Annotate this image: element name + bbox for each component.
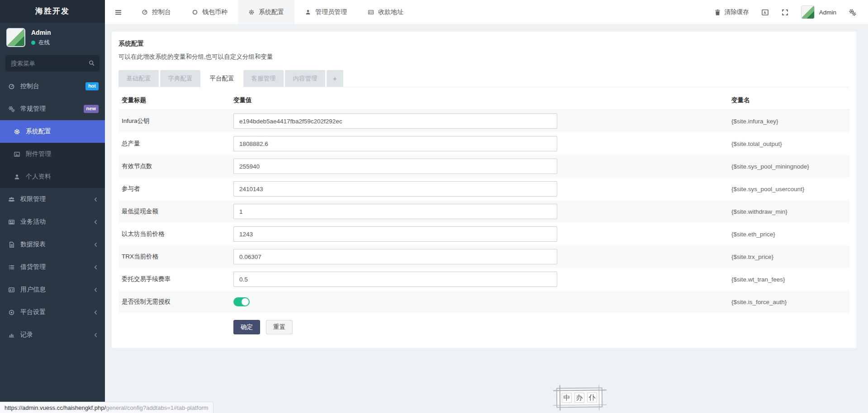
page-title: 系统配置 (119, 40, 849, 48)
row-label: 参与者 (122, 185, 233, 193)
chevron-left-icon (93, 219, 99, 225)
gauge-icon (8, 83, 15, 90)
page-subtitle: 可以在此增改系统的变量和分组,也可以自定义分组和变量 (119, 53, 849, 61)
tab-add-group[interactable]: + (327, 70, 343, 87)
sidebar-item-general[interactable]: 常规管理 new (0, 98, 105, 120)
sidebar-item-reports[interactable]: 数据报表 (0, 233, 105, 256)
tab-service-manage[interactable]: 客服管理 (243, 70, 284, 87)
image-icon (14, 151, 20, 158)
row-varname: {$site.infura_key} (731, 118, 849, 125)
row-label: 委托交易手续费率 (122, 275, 233, 283)
row-varname: {$site.sys_pool_miningnode} (731, 163, 849, 170)
table-row: 最低提现金额 {$site.withdraw_min} (119, 200, 849, 223)
sidebar-item-userinfo[interactable]: 用户信息 (0, 278, 105, 301)
list-icon (8, 264, 15, 271)
main-content: 系统配置 可以在此增改系统的变量和分组,也可以自定义分组和变量 基础配置 字典配… (105, 25, 868, 413)
sidebar-item-attachment[interactable]: 附件管理 (0, 143, 105, 165)
config-panel: 系统配置 可以在此增改系统的变量和分组,也可以自定义分组和变量 基础配置 字典配… (112, 32, 856, 348)
table-row: 总产量 {$site.total_output} (119, 132, 849, 155)
navbar-user-name: Admin (819, 9, 836, 16)
config-value-input[interactable] (233, 159, 557, 174)
row-varname: {$site.wt_tran_fees} (731, 276, 849, 283)
navbar-user-menu[interactable]: Admin (801, 5, 836, 19)
navtab-dashboard[interactable]: 控制台 (131, 0, 181, 24)
top-navbar: 控制台 钱包币种 系统配置 管理员管理 收款地址 清除缓存 (105, 0, 868, 25)
sidebar-item-dashboard[interactable]: 控制台 hot (0, 75, 105, 98)
gauge-icon (142, 9, 148, 15)
language-icon[interactable] (761, 9, 769, 16)
sidebar-item-auth[interactable]: 权限管理 (0, 188, 105, 211)
config-value-input[interactable] (233, 181, 557, 197)
row-label: TRX当前价格 (122, 253, 233, 261)
table-row: 参与者 {$site.sys_pool_usercount} (119, 178, 849, 200)
chevron-left-icon (93, 242, 99, 248)
config-value-input[interactable] (233, 249, 557, 264)
stamp-char: 中 (562, 393, 572, 403)
settings-gears-icon[interactable] (849, 9, 856, 16)
row-varname: {$site.trx_price} (731, 253, 849, 260)
row-label: Infura公钥 (122, 117, 233, 125)
table-row: 委托交易手续费率 {$site.wt_tran_fees} (119, 268, 849, 291)
tab-platform-config[interactable]: 平台配置 (202, 70, 242, 87)
avatar (801, 5, 815, 19)
row-varname: {$site.sys_pool_usercount} (731, 186, 849, 192)
sidebar-item-platform[interactable]: 平台设置 (0, 301, 105, 324)
force-auth-toggle[interactable] (233, 297, 250, 306)
id-card-icon (8, 286, 15, 293)
circle-icon (192, 9, 198, 15)
sidebar-item-lending[interactable]: 借贷管理 (0, 256, 105, 278)
row-label: 以太坊当前价格 (122, 230, 233, 238)
online-status-dot (31, 41, 35, 45)
row-label: 有效节点数 (122, 162, 233, 170)
sidebar-toggle-button[interactable] (105, 0, 131, 24)
config-value-input[interactable] (233, 204, 557, 219)
navtab-admin-manage[interactable]: 管理员管理 (294, 0, 357, 24)
user-panel: Admin 在线 (0, 23, 105, 51)
app-logo: 海胜开发 (0, 0, 105, 23)
sidebar-item-config[interactable]: 系统配置 (0, 120, 105, 143)
sidebar-item-business[interactable]: 业务活动 (0, 211, 105, 233)
sidebar: 海胜开发 Admin 在线 控制台 hot 常规管理 (0, 0, 105, 413)
navtab-system-config[interactable]: 系统配置 (238, 0, 294, 24)
online-status-label: 在线 (38, 39, 50, 47)
fullscreen-icon[interactable] (781, 9, 789, 16)
stamp-char: 办 (574, 393, 584, 403)
table-header: 变量标题 变量值 变量名 (119, 91, 849, 110)
navbar-right: 清除缓存 Admin (714, 0, 868, 24)
chevron-left-icon (93, 197, 99, 202)
tab-dictionary-config[interactable]: 字典配置 (160, 70, 200, 87)
submit-button[interactable]: 确定 (233, 320, 260, 334)
col-header-varname: 变量名 (731, 96, 849, 104)
config-value-input[interactable] (233, 226, 557, 242)
row-label: 最低提现金额 (122, 207, 233, 216)
sidebar-submenu: 系统配置 附件管理 个人资料 (0, 120, 105, 188)
config-value-input[interactable] (233, 136, 557, 151)
user-name: Admin (31, 29, 51, 36)
sidebar-menu: 控制台 hot 常规管理 new 系统配置 附件管理 个人资料 (0, 75, 105, 346)
file-icon (8, 241, 15, 248)
clear-cache-button[interactable]: 清除缓存 (714, 8, 749, 16)
table-row: 以太坊当前价格 {$site.eth_price} (119, 223, 849, 245)
tab-content-manage[interactable]: 内容管理 (285, 70, 325, 87)
gear-icon (14, 128, 20, 135)
avatar[interactable] (6, 28, 25, 47)
admin-app: 海胜开发 Admin 在线 控制台 hot 常规管理 (0, 0, 868, 413)
table-row: Infura公钥 {$site.infura_key} (119, 110, 849, 132)
tab-basic-config[interactable]: 基础配置 (119, 70, 159, 87)
config-tabs: 基础配置 字典配置 平台配置 客服管理 内容管理 + (119, 70, 849, 87)
row-label: 是否强制无需授权 (122, 298, 233, 306)
config-value-input[interactable] (233, 113, 557, 129)
search-input[interactable] (5, 55, 100, 71)
navtab-wallet-coins[interactable]: 钱包币种 (181, 0, 238, 24)
chevron-left-icon (93, 310, 99, 315)
navtab-payment-address[interactable]: 收款地址 (357, 0, 414, 24)
sidebar-item-records[interactable]: 记录 (0, 324, 105, 346)
chevron-left-icon (93, 287, 99, 293)
col-header-title: 变量标题 (122, 96, 233, 104)
sidebar-item-profile[interactable]: 个人资料 (0, 165, 105, 188)
new-badge: new (84, 105, 99, 113)
config-value-input[interactable] (233, 272, 557, 287)
status-url-primary: https://admin.vuess.cc/haishengkf.php/ (5, 404, 106, 411)
search-icon (88, 60, 95, 66)
reset-button[interactable]: 重置 (266, 320, 293, 334)
